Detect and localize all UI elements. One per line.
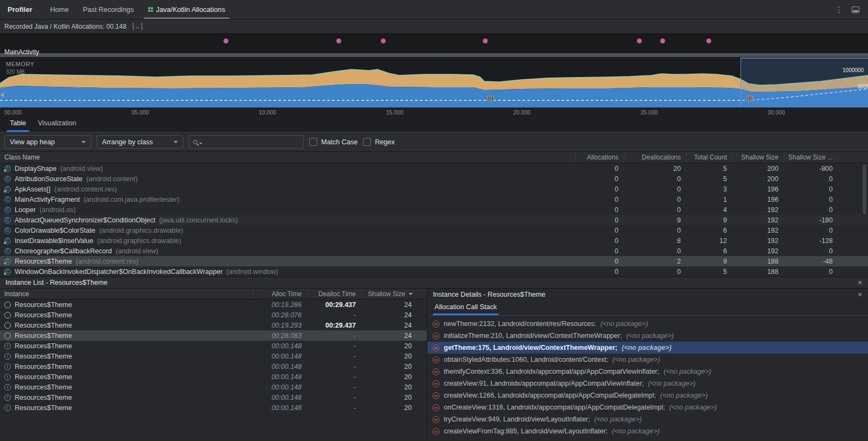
memory-chart-area[interactable]: MEMORY 320 MB 1000000900000 [0,57,868,107]
instance-row[interactable]: Resources$Theme 00:00.148 - 20 [0,351,427,361]
allocation-event-dot[interactable] [483,39,488,43]
titlebar-tab[interactable]: Past Recordings [76,0,141,19]
gc-event-icon[interactable] [487,95,494,101]
class-table-row[interactable]: AttributionSourceState (android.content)… [0,174,868,184]
column-deallocations[interactable]: Deallocations [624,152,686,163]
call-stack-list: newTheme:2132, Landroid/content/res/Reso… [427,316,868,441]
column-alloc-time[interactable]: Alloc Time [253,289,307,299]
column-class-name[interactable]: Class Name [0,152,575,163]
close-icon[interactable] [858,291,863,298]
column-shallow-size[interactable]: Shallow Size [361,289,418,299]
window-layout-icon[interactable] [852,7,859,13]
call-stack-frame[interactable]: themifyContext:336, Landroidx/appcompat/… [427,366,868,378]
class-table-row[interactable]: DisplayShape (android.view) 0 20 5 200 -… [0,163,868,174]
cell-shallow-size: 20 [361,394,418,401]
instance-row[interactable]: Resources$Theme 00:28.076 - 24 [0,310,427,320]
instance-row[interactable]: Resources$Theme 00:00.148 - 20 [0,382,427,392]
class-icon [4,176,11,182]
match-case-checkbox[interactable] [309,138,317,146]
class-table-row[interactable]: Resources$Theme (android.content.res) 0 … [0,256,868,266]
frame-package: (<no package>) [612,356,660,363]
class-table-row[interactable]: Choreographer$CallbackRecord (android.vi… [0,246,868,256]
call-stack-frame[interactable]: newTheme:2132, Landroid/content/res/Reso… [427,318,868,330]
cell-deallocations: 0 [624,268,686,276]
filter-bar: View app heap Arrange by class Match Cas… [0,132,868,152]
search-box[interactable] [189,135,304,149]
cell-alloc-time: 00:00.148 [253,384,307,391]
kebab-menu-icon[interactable] [835,5,843,14]
call-stack-frame[interactable]: createViewFromTag:885, Landroid/view/Lay… [427,425,868,437]
memory-chart-svg[interactable] [0,57,868,107]
cell-dealloc-time: 00:29.437 [307,322,361,329]
vertical-scrollbar[interactable] [863,164,866,214]
instance-icon [4,374,11,380]
search-input[interactable] [204,138,299,146]
allocation-event-dot[interactable] [660,39,665,43]
call-stack-frame[interactable]: tryCreateView:949, Landroid/view/LayoutI… [427,413,868,425]
call-stack-frame[interactable]: onCreateView:1316, Landroidx/appcompat/a… [427,401,868,413]
selection-handle-left-icon[interactable] [0,92,4,98]
column-instance[interactable]: Instance [0,289,253,299]
instance-list-titlebar: Instance List - Resources$Theme [0,277,868,289]
titlebar-tab[interactable]: Java/Kotlin Allocations [141,0,232,19]
call-stack-frame[interactable]: obtainStyledAttributes:1060, Landroid/co… [427,354,868,366]
column-shallow-size[interactable]: Shallow Size [732,152,784,163]
allocation-event-dot[interactable] [706,39,711,43]
selection-count-label: 1000000 [843,67,864,73]
call-stack-frame[interactable]: createView:91, Landroidx/appcompat/app/A… [427,378,868,389]
tab-allocation-call-stack[interactable]: Allocation Call Stack [433,303,499,315]
class-package: (android.view) [60,165,103,172]
instance-row[interactable]: Resources$Theme 00:28.083 - 24 [0,330,427,341]
titlebar-tab[interactable]: Home [43,0,76,19]
class-table-row[interactable]: ApkAssets[] (android.content.res) 0 0 3 … [0,184,868,194]
class-icon [4,217,11,223]
cell-shallow-size: 192 [732,206,784,214]
view-tab[interactable]: Table [4,119,31,132]
instance-row[interactable]: Resources$Theme 00:19.293 00:29.437 24 [0,320,427,330]
instance-row[interactable]: Resources$Theme 00:00.148 - 20 [0,341,427,351]
frame-package: (<no package>) [669,404,717,411]
allocation-event-dot[interactable] [381,39,386,43]
chevron-down-icon [81,141,86,143]
call-stack-frame[interactable]: initializeTheme:210, Landroid/view/Conte… [427,330,868,342]
class-table-row[interactable]: WindowOnBackInvokedDispatcher$OnBackInvo… [0,266,868,277]
heap-dropdown[interactable]: View app heap [4,135,91,149]
zoom-to-fit-icon[interactable] [133,23,142,30]
call-stack-frame[interactable]: createView:1266, Landroidx/appcompat/app… [427,389,868,401]
cell-allocations: 0 [575,206,624,214]
regex-checkbox[interactable] [363,138,371,146]
column-shallow-size-2[interactable]: Shallow Size ... [784,152,838,163]
arrange-dropdown[interactable]: Arrange by class [97,135,183,149]
call-stack-frame[interactable]: getTheme:175, Landroid/view/ContextTheme… [427,342,868,354]
view-tab[interactable]: Visualization [33,119,81,132]
instance-row[interactable]: Resources$Theme 00:00.148 - 20 [0,402,427,413]
cell-shallow-size: 24 [361,332,418,340]
cell-shallow-size-2: 0 [784,175,838,183]
column-total-count[interactable]: Total Count [686,152,732,163]
class-table-row[interactable]: AbstractQueuedSynchronizer$ConditionObje… [0,215,868,225]
class-name: ApkAssets[] [15,186,50,193]
allocation-event-dot[interactable] [224,39,228,43]
instance-row[interactable]: Resources$Theme 00:19.286 00:29.437 24 [0,299,427,310]
instance-name: Resources$Theme [15,394,72,401]
instance-row[interactable]: Resources$Theme 00:00.148 - 20 [0,372,427,382]
close-icon[interactable] [858,279,863,286]
allocation-event-dot[interactable] [336,39,341,43]
instance-panel: Instance Alloc Time Dealloc Time Shallow… [0,289,427,441]
class-table-row[interactable]: ColorDrawable$ColorState (android.graphi… [0,225,868,235]
search-options-chevron-icon[interactable] [199,143,202,144]
titlebar-tab-label: Java/Kotlin Allocations [156,5,225,14]
class-table-row[interactable]: Looper (android.os) 0 0 4 192 0 [0,204,868,215]
class-table-row[interactable]: InsetDrawable$InsetValue (android.graphi… [0,235,868,246]
bottom-panels: Instance Alloc Time Dealloc Time Shallow… [0,289,868,441]
class-icon [4,196,11,203]
class-table-row[interactable]: MainActivityFragment (android.com.java.p… [0,194,868,204]
allocation-event-dot[interactable] [637,39,642,43]
gc-event-icon[interactable] [746,95,754,101]
instance-row[interactable]: Resources$Theme 00:00.148 - 20 [0,392,427,402]
instance-row[interactable]: Resources$Theme 00:00.148 - 20 [0,361,427,372]
column-dealloc-time[interactable]: Dealloc Time [307,289,361,299]
chevron-down-icon [174,141,178,143]
cell-shallow-size: 192 [732,237,784,245]
column-allocations[interactable]: Allocations [575,152,624,163]
